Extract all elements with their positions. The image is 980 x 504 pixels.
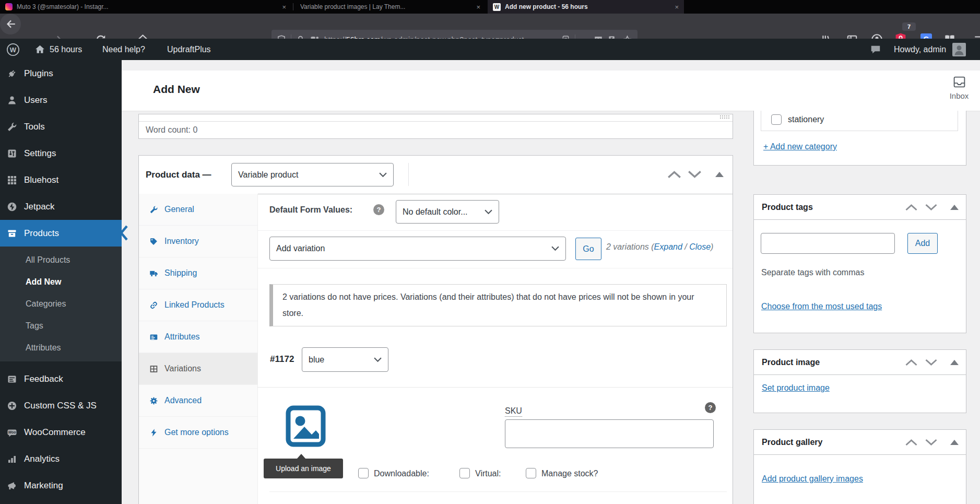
plug-icon <box>7 68 17 79</box>
virtual-checkbox[interactable] <box>459 468 470 478</box>
tab-close-icon[interactable]: × <box>476 3 480 11</box>
add-variation-select[interactable]: Add variation <box>269 237 566 261</box>
category-checkbox-stationery[interactable] <box>771 114 782 125</box>
admin-bar-need-help[interactable]: Need help? <box>102 39 145 60</box>
add-gallery-images-link[interactable]: Add product gallery images <box>762 474 863 484</box>
toggle-panel-icon[interactable] <box>715 172 724 177</box>
tab-label: Shipping <box>164 268 197 278</box>
tab-advanced[interactable]: Advanced <box>139 385 257 417</box>
move-up-icon[interactable] <box>905 359 918 366</box>
go-button[interactable]: Go <box>575 238 601 260</box>
tab-attributes[interactable]: Attributes <box>139 321 257 353</box>
close-link[interactable]: Close <box>689 242 711 251</box>
menu-item-tools[interactable]: Tools <box>0 113 122 140</box>
products-submenu: All Products Add New Categories Tags Att… <box>0 247 122 361</box>
admin-bar-howdy[interactable]: Howdy, admin <box>894 39 946 60</box>
downloadable-checkbox[interactable] <box>358 468 369 478</box>
sku-input[interactable] <box>505 419 714 448</box>
move-down-icon[interactable] <box>925 204 938 211</box>
submenu-attributes[interactable]: Attributes <box>0 337 122 359</box>
wp-admin-bar: W 56 hours Need help? UpdraftPlus Howdy,… <box>0 39 980 60</box>
tab-close-icon[interactable]: × <box>675 3 679 11</box>
chevron-down-icon <box>551 246 559 251</box>
set-product-image-link[interactable]: Set product image <box>762 383 830 393</box>
editor-status-bar: Word count: 0 <box>139 121 733 138</box>
add-new-category-link[interactable]: + Add new category <box>763 142 837 151</box>
panel-title: Product image <box>762 350 820 374</box>
toggle-panel-icon[interactable] <box>950 440 959 445</box>
menu-item-plugins[interactable]: Plugins <box>0 60 122 87</box>
manage-stock-checkbox[interactable] <box>526 468 536 478</box>
move-down-icon[interactable] <box>925 439 938 446</box>
menu-item-analytics[interactable]: Analytics <box>0 446 122 472</box>
expand-link[interactable]: Expand <box>654 242 682 251</box>
admin-bar-site-name[interactable]: 56 hours <box>50 39 82 60</box>
move-up-icon[interactable] <box>905 204 918 211</box>
submenu-categories[interactable]: Categories <box>0 293 122 315</box>
help-tip-icon[interactable]: ? <box>705 402 716 413</box>
tab-shipping[interactable]: Shipping <box>139 257 257 289</box>
tab-inventory[interactable]: Inventory <box>139 226 257 257</box>
browser-tab-active[interactable]: W Add new product - 56 hours × <box>488 0 684 14</box>
submenu-add-new[interactable]: Add New <box>0 271 122 293</box>
tag-input[interactable] <box>761 233 895 254</box>
inbox-button[interactable]: Inbox <box>943 76 975 100</box>
browser-tab-strip: Muto 3 (@smatesolar) - Instagr... × Vari… <box>0 0 980 14</box>
upload-image-button[interactable] <box>286 405 326 447</box>
menu-item-users[interactable]: Users <box>0 87 122 113</box>
back-button[interactable] <box>0 14 21 34</box>
tab-linked-products[interactable]: Linked Products <box>139 289 257 321</box>
tab-variations[interactable]: Variations <box>139 353 257 385</box>
menu-item-custom-css-js[interactable]: Custom CSS & JS <box>0 392 122 419</box>
admin-bar-updraftplus[interactable]: UpdraftPlus <box>167 39 211 60</box>
menu-item-woocommerce[interactable]: Woo WooCommerce <box>0 419 122 446</box>
menu-label: WooCommerce <box>24 427 86 438</box>
move-down-icon[interactable] <box>925 359 938 366</box>
bar-chart-icon <box>7 454 17 464</box>
tab-label: General <box>164 205 194 214</box>
move-down-icon[interactable] <box>688 170 702 179</box>
tab-general[interactable]: General <box>139 194 257 226</box>
menu-item-products[interactable]: Products <box>0 220 122 247</box>
default-color-select[interactable]: No default color... <box>396 200 499 224</box>
link-icon <box>149 301 158 310</box>
comments-icon[interactable] <box>870 44 881 55</box>
toggle-panel-icon[interactable] <box>950 205 959 210</box>
resize-handle[interactable] <box>720 115 730 119</box>
tab-label: Linked Products <box>164 300 225 310</box>
help-tip-icon[interactable]: ? <box>373 204 384 215</box>
avatar-silhouette-icon <box>952 43 966 56</box>
submenu-all-products[interactable]: All Products <box>0 249 122 271</box>
panel-header[interactable]: Product gallery <box>754 430 966 455</box>
default-form-values-label: Default Form Values: <box>269 205 352 215</box>
panel-header[interactable]: Product tags <box>754 195 966 220</box>
wordpress-logo-icon[interactable]: W <box>6 43 20 56</box>
variation-attribute-select[interactable]: blue <box>302 347 388 372</box>
menu-item-marketing[interactable]: Marketing <box>0 472 122 499</box>
browser-tab-2[interactable]: Variable product images | Lay Them... × <box>295 0 486 14</box>
move-up-icon[interactable] <box>905 439 918 446</box>
panel-header[interactable]: Product image <box>754 350 966 375</box>
add-variation-value: Add variation <box>276 244 325 253</box>
product-tags-panel: Product tags Add Separate tags with comm… <box>753 194 966 333</box>
avatar[interactable] <box>952 43 966 56</box>
browser-tab-1[interactable]: Muto 3 (@smatesolar) - Instagr... × <box>0 0 291 14</box>
menu-item-settings[interactable]: Settings <box>0 140 122 167</box>
active-menu-arrow-icon <box>120 225 128 241</box>
woocommerce-icon: Woo <box>7 427 17 438</box>
move-up-icon[interactable] <box>667 170 681 179</box>
menu-item-jetpack[interactable]: Jetpack <box>0 193 122 220</box>
tab-close-icon[interactable]: × <box>282 3 286 11</box>
toggle-panel-icon[interactable] <box>950 360 959 365</box>
menu-label: Marketing <box>24 480 63 491</box>
add-tag-button[interactable]: Add <box>907 233 938 254</box>
submenu-tags[interactable]: Tags <box>0 315 122 337</box>
page-title: Add New <box>153 83 200 96</box>
menu-item-bluehost[interactable]: Bluehost <box>0 167 122 193</box>
choose-most-used-tags-link[interactable]: Choose from the most used tags <box>761 302 882 311</box>
tab-get-more-options[interactable]: Get more options <box>139 417 257 449</box>
menu-item-feedback[interactable]: Feedback <box>0 366 122 392</box>
site-home-icon[interactable] <box>34 44 45 55</box>
product-type-select[interactable]: Variable product <box>231 163 394 186</box>
panel-title: Product gallery <box>762 430 822 454</box>
